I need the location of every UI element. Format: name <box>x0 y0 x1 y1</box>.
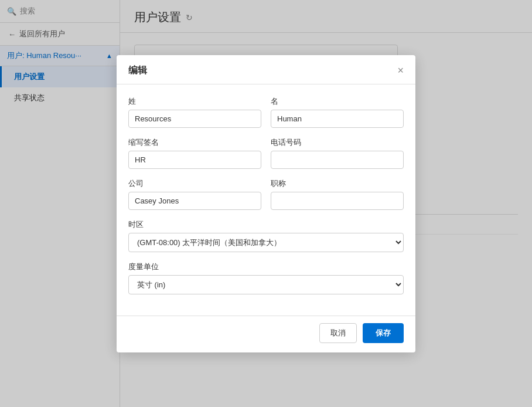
company-label: 公司 <box>128 178 261 189</box>
modal-body: 姓 名 缩写签名 电话号码 公司 <box>117 84 415 316</box>
last-name-label: 姓 <box>128 96 261 107</box>
modal-footer: 取消 保存 <box>117 316 415 352</box>
company-group: 公司 <box>128 178 261 210</box>
title-input[interactable] <box>271 192 404 210</box>
unit-label: 度量单位 <box>128 262 404 272</box>
phone-label: 电话号码 <box>271 137 404 148</box>
save-button[interactable]: 保存 <box>363 323 404 343</box>
unit-select[interactable]: 英寸 (in) 毫米 (mm) <box>128 275 404 294</box>
company-input[interactable] <box>128 192 261 210</box>
first-name-group: 名 <box>271 96 404 128</box>
first-name-label: 名 <box>271 96 404 107</box>
company-title-row: 公司 职称 <box>128 178 404 210</box>
timezone-group: 时区 (GMT-08:00) 太平洋时间（美国和加拿大） (GMT-07:00)… <box>128 219 404 252</box>
modal-header: 编辑 × <box>117 55 415 84</box>
title-group: 职称 <box>271 178 404 210</box>
unit-group: 度量单位 英寸 (in) 毫米 (mm) <box>128 262 404 294</box>
last-name-group: 姓 <box>128 96 261 128</box>
abbr-group: 缩写签名 <box>128 137 261 169</box>
first-name-input[interactable] <box>271 110 404 128</box>
phone-group: 电话号码 <box>271 137 404 169</box>
title-label: 职称 <box>271 178 404 189</box>
cancel-button[interactable]: 取消 <box>319 323 357 343</box>
abbr-label: 缩写签名 <box>128 137 261 148</box>
phone-input[interactable] <box>271 151 404 169</box>
name-row: 姓 名 <box>128 96 404 128</box>
last-name-input[interactable] <box>128 110 261 128</box>
modal-close-button[interactable]: × <box>397 65 404 76</box>
modal-overlay: 编辑 × 姓 名 缩写签名 电话号码 <box>0 0 532 407</box>
abbr-phone-row: 缩写签名 电话号码 <box>128 137 404 169</box>
timezone-label: 时区 <box>128 219 404 230</box>
timezone-select[interactable]: (GMT-08:00) 太平洋时间（美国和加拿大） (GMT-07:00) 山地… <box>128 233 404 252</box>
edit-modal: 编辑 × 姓 名 缩写签名 电话号码 <box>117 55 415 352</box>
unit-row: 度量单位 英寸 (in) 毫米 (mm) <box>128 262 404 294</box>
timezone-row: 时区 (GMT-08:00) 太平洋时间（美国和加拿大） (GMT-07:00)… <box>128 219 404 252</box>
abbr-input[interactable] <box>128 151 261 169</box>
modal-title: 编辑 <box>128 65 147 77</box>
